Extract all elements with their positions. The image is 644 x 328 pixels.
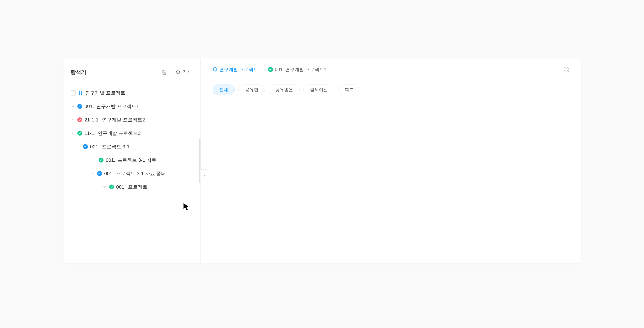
svg-marker-0 — [176, 71, 180, 72]
layers-add-icon — [176, 70, 180, 74]
tree-item-proj3-1-folder[interactable]: 001. 프로젝트 3-1 자료 폴더 — [70, 167, 196, 180]
chevron-left-icon — [202, 174, 206, 178]
chevron-down-icon[interactable] — [90, 171, 95, 176]
check-icon — [110, 186, 113, 188]
tree-root-label: 연구개발 프로젝트 — [85, 90, 125, 96]
search-button[interactable] — [562, 65, 570, 73]
layers-icon — [212, 67, 218, 72]
tab-received[interactable]: 공유받은 — [269, 85, 300, 95]
tree-item-label: 프로젝트 — [128, 184, 148, 190]
tree-item-label: 연구개발 프로젝트3 — [98, 130, 141, 137]
breadcrumb-current-label: 001. 연구개발 프로젝트1 — [275, 66, 326, 73]
tab-label: 전체 — [219, 87, 228, 93]
search-icon — [563, 66, 570, 73]
tab-relation[interactable]: 릴레이션 — [304, 85, 334, 95]
tab-feed[interactable]: 피드 — [338, 85, 360, 95]
svg-marker-1 — [78, 91, 82, 93]
svg-line-4 — [568, 71, 569, 72]
tree-item-proj3-1-data[interactable]: 001. 프로젝트 3-1 자료 — [70, 153, 196, 167]
tree-item-proj3[interactable]: 11-1. 연구개발 프로젝트3 — [70, 127, 196, 140]
sidebar-title: 탐색기 — [70, 69, 86, 76]
check-icon — [78, 119, 81, 121]
tree-item-code: 001. — [106, 157, 115, 163]
status-badge-green — [109, 184, 114, 189]
svg-marker-2 — [213, 67, 217, 69]
tree: 연구개발 프로젝트 001. 연구개발 프로젝트1 21-1 — [70, 86, 196, 194]
main-header: 연구개발 프로젝트 001. 연구개발 프로젝트1 — [201, 58, 581, 79]
tab-label: 릴레이션 — [310, 87, 328, 93]
tree-item-code: 001. — [90, 144, 100, 150]
tab-all[interactable]: 전체 — [212, 85, 235, 95]
status-badge-green — [268, 67, 273, 72]
check-icon — [84, 145, 87, 148]
layers-icon — [78, 91, 83, 95]
tabs: 전체 공유한 공유받은 릴레이션 피드 — [201, 79, 581, 100]
status-badge-red — [77, 117, 82, 122]
trash-button[interactable] — [160, 68, 169, 77]
tree-item-proj-leaf[interactable]: 001. 프로젝트 — [70, 180, 196, 194]
status-badge-blue — [77, 104, 82, 109]
check-icon — [98, 172, 101, 175]
tab-shared[interactable]: 공유한 — [238, 85, 265, 95]
check-icon — [78, 105, 81, 108]
tree-item-proj2[interactable]: 21-1-1. 연구개발 프로젝트2 — [70, 113, 196, 127]
add-button-label: 추가 — [182, 69, 191, 75]
breadcrumb-root[interactable]: 연구개발 프로젝트 — [212, 66, 258, 73]
sidebar-header: 탐색기 추가 — [70, 67, 196, 82]
breadcrumb-current[interactable]: 001. 연구개발 프로젝트1 — [268, 66, 326, 73]
tree-item-label: 프로젝트 3-1 — [102, 144, 130, 150]
chevron-down-icon[interactable] — [102, 185, 107, 189]
chevron-right-icon — [261, 67, 265, 72]
check-icon — [78, 132, 81, 135]
tree-root[interactable]: 연구개발 프로젝트 — [70, 86, 196, 100]
status-badge-blue — [97, 171, 102, 176]
check-icon — [100, 159, 102, 162]
tab-label: 공유한 — [245, 87, 258, 93]
tree-item-code: 001. — [104, 171, 114, 176]
main-panel: 연구개발 프로젝트 001. 연구개발 프로젝트1 전체 공유한 공 — [201, 58, 581, 263]
tree-item-code: 001. — [116, 184, 126, 190]
breadcrumb: 연구개발 프로젝트 001. 연구개발 프로젝트1 — [212, 66, 326, 73]
tree-item-label: 프로젝트 3-1 자료 폴더 — [116, 170, 166, 177]
sidebar: 탐색기 추가 연구개발 프로젝트 — [64, 58, 201, 263]
tab-label: 공유받은 — [275, 87, 293, 93]
checkbox[interactable] — [70, 90, 76, 96]
tree-item-proj1[interactable]: 001. 연구개발 프로젝트1 — [70, 100, 196, 113]
chevron-up-icon[interactable] — [70, 118, 75, 122]
collapse-sidebar-button[interactable] — [200, 169, 208, 183]
chevron-up-icon[interactable] — [70, 104, 75, 109]
app-window: 탐색기 추가 연구개발 프로젝트 — [64, 58, 581, 263]
check-icon — [269, 68, 272, 71]
tree-item-label: 프로젝트 3-1 자료 — [118, 157, 156, 164]
tree-item-label: 연구개발 프로젝트1 — [96, 103, 139, 110]
status-badge-green — [77, 131, 82, 136]
add-button[interactable]: 추가 — [172, 67, 195, 77]
tree-item-code: 11-1. — [84, 130, 96, 136]
status-badge-blue — [83, 144, 88, 149]
tree-item-label: 연구개발 프로젝트2 — [102, 117, 145, 123]
tab-label: 피드 — [345, 87, 354, 93]
tree-item-code: 21-1-1. — [84, 117, 100, 123]
chevron-down-icon[interactable] — [70, 131, 75, 136]
tree-item-code: 001. — [84, 104, 94, 109]
breadcrumb-root-label: 연구개발 프로젝트 — [219, 66, 258, 73]
sidebar-actions: 추가 — [160, 67, 195, 77]
tree-item-proj3-1[interactable]: 001. 프로젝트 3-1 — [70, 140, 196, 153]
status-badge-green — [99, 158, 104, 163]
trash-icon — [162, 69, 167, 75]
